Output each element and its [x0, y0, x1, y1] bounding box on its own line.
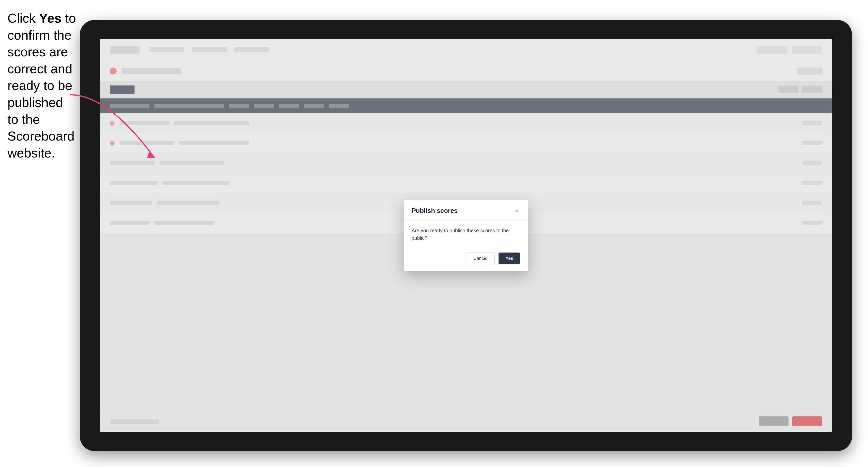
instruction-bold: Yes — [39, 11, 62, 25]
modal-footer: Cancel Yes — [404, 249, 528, 271]
modal-close-button[interactable]: × — [513, 207, 520, 214]
modal-yes-button[interactable]: Yes — [498, 253, 520, 264]
modal-cancel-button[interactable]: Cancel — [466, 253, 495, 264]
modal-body-text: Are you ready to publish these scores to… — [411, 227, 520, 242]
modal-body: Are you ready to publish these scores to… — [404, 220, 528, 249]
modal-header: Publish scores × — [404, 200, 528, 220]
modal-title: Publish scores — [411, 207, 458, 215]
instruction-text: Click Yes to confirm the scores are corr… — [7, 10, 77, 161]
publish-scores-modal: Publish scores × Are you ready to publis… — [404, 200, 528, 271]
tablet-screen: Publish scores × Are you ready to publis… — [100, 39, 832, 432]
tablet-device: Publish scores × Are you ready to publis… — [80, 20, 852, 451]
